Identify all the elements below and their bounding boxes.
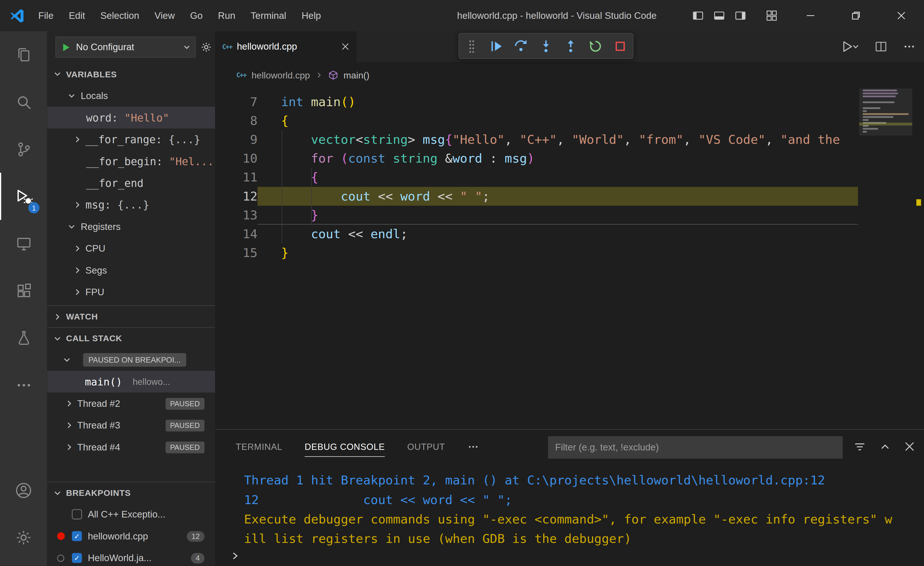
toolbar-drag-handle[interactable] [461,36,482,56]
breadcrumb-file[interactable]: helloworld.cpp [252,70,310,80]
gear-icon[interactable] [201,41,212,53]
sidebar-item-run-and-debug[interactable]: 1 [0,173,47,220]
continue-button[interactable] [486,36,506,56]
menu-run[interactable]: Run [210,0,243,32]
sidebar-item-search[interactable] [0,78,47,126]
close-tab-icon[interactable] [341,42,350,51]
variable-msg[interactable]: msg: {...} [47,194,215,216]
close-window-button[interactable] [879,0,924,32]
minimap-slider[interactable] [859,89,912,135]
split-editor-button[interactable] [874,40,887,53]
debug-session-row[interactable]: PAUSED ON BREAKPOI... [47,349,215,371]
code-text[interactable]: { [258,168,858,187]
step-over-button[interactable] [511,36,531,56]
variable-word[interactable]: word: "Hello" [47,107,215,128]
toggle-primary-sidebar-icon[interactable] [687,0,708,32]
console-prompt[interactable] [230,551,240,561]
debug-restart-icon [588,39,603,53]
panel-actions [854,429,915,463]
thread-3-row[interactable]: Thread #3 PAUSED [47,414,215,436]
sidebar-item-explorer[interactable] [0,32,47,78]
thread-2-row[interactable]: Thread #2 PAUSED [47,393,215,414]
menu-edit[interactable]: Edit [61,0,93,32]
more-panel-tabs-icon[interactable] [467,441,479,452]
code-text[interactable]: vector<string> msg{"Hello", "C++", "Worl… [258,131,858,149]
minimize-button[interactable] [788,0,833,32]
register-cpu[interactable]: CPU [47,238,215,259]
minimap[interactable] [859,89,912,429]
breakpoint-checkbox[interactable] [72,509,82,519]
breakpoint-checkbox[interactable] [72,553,82,563]
tab-terminal[interactable]: TERMINAL [236,429,282,463]
toggle-panel-icon[interactable] [708,0,729,32]
breakpoint-all-cpp-exceptions[interactable]: All C++ Exceptio... [47,503,215,525]
maximize-panel-icon[interactable] [880,441,890,452]
code-text[interactable]: cout << endl; [258,225,858,243]
sidebar-item-extensions[interactable] [0,267,47,314]
menu-go[interactable]: Go [183,0,210,32]
code-text[interactable]: { [258,111,858,131]
indent-guide [311,168,312,225]
breakpoint-helloworld-cpp[interactable]: helloworld.cpp 12 [47,525,215,547]
variables-section-header[interactable]: VARIABLES [47,63,215,85]
variable-for-range[interactable]: __for_range: {...} [47,128,215,150]
watch-section-header[interactable]: WATCH [47,305,215,327]
sidebar-item-source-control[interactable] [0,126,47,173]
account-icon-button[interactable] [0,467,47,514]
remote-explorer-icon [15,235,32,252]
locals-tree-item[interactable]: Locals [47,85,215,107]
thread-4-row[interactable]: Thread #4 PAUSED [47,436,215,458]
sidebar-item-remote-explorer[interactable] [0,220,47,267]
line-number[interactable]: 9 [215,131,258,149]
menu-selection[interactable]: Selection [93,0,147,32]
code-text[interactable]: for (const string &word : msg) [258,149,858,168]
customize-layout-icon[interactable] [761,0,782,32]
more-views-icon[interactable] [0,362,47,408]
code-text[interactable]: } [258,243,858,262]
settings-gear-button[interactable] [0,514,47,561]
register-fpu[interactable]: FPU [47,281,215,303]
run-or-debug-button[interactable] [842,40,859,53]
more-actions-button[interactable] [903,40,916,53]
line-number[interactable]: 8 [215,111,258,131]
breakpoint-checkbox[interactable] [72,531,82,541]
line-number[interactable]: 7 [215,92,258,111]
line-number[interactable]: 14 [215,225,258,243]
register-segs[interactable]: Segs [47,259,215,281]
line-number[interactable]: 11 [215,168,258,187]
step-into-button[interactable] [536,36,556,56]
breakpoint-helloworld-java[interactable]: HelloWorld.ja... 4 [47,547,215,566]
restart-button[interactable] [585,36,606,56]
tab-debug-console[interactable]: DEBUG CONSOLE [304,429,385,463]
code-text[interactable]: } [258,206,858,225]
stack-frame-main[interactable]: main() hellowo... [47,371,215,393]
step-out-button[interactable] [561,36,580,56]
line-number[interactable]: 15 [215,243,258,262]
tab-output[interactable]: OUTPUT [407,429,445,463]
restore-button[interactable] [833,0,879,32]
console-filter-input[interactable] [548,436,843,459]
call-stack-section-header[interactable]: CALL STACK [47,327,215,349]
registers-tree-item[interactable]: Registers [47,216,215,237]
menu-view[interactable]: View [147,0,183,32]
breadcrumb-symbol[interactable]: main() [344,70,370,80]
code-editor[interactable]: 7 int main() 8 { 9 vector<string> msg{"H… [215,89,924,429]
stop-button[interactable] [610,36,630,56]
menu-help[interactable]: Help [294,0,329,32]
toggle-secondary-sidebar-icon[interactable] [729,0,751,32]
variable-for-end[interactable]: __for_end [47,172,215,194]
menu-terminal[interactable]: Terminal [243,0,294,32]
code-text[interactable]: cout << word << " "; [258,187,858,206]
line-number[interactable]: 12 [215,187,258,206]
debug-config-dropdown[interactable]: No Configurat [56,36,196,58]
line-number[interactable]: 10 [215,149,258,168]
line-number[interactable]: 13 [215,206,258,225]
breakpoints-section-header[interactable]: BREAKPOINTS [47,482,215,503]
tab-helloworld-cpp[interactable]: C++ helloworld.cpp [215,32,357,62]
filter-lines-icon[interactable] [854,441,866,452]
sidebar-item-testing[interactable] [0,314,47,361]
variable-for-begin[interactable]: __for_begin: "Hel... [47,150,215,172]
menu-file[interactable]: File [30,0,61,32]
close-panel-icon[interactable] [904,441,915,452]
code-text[interactable]: int main() [258,92,858,111]
